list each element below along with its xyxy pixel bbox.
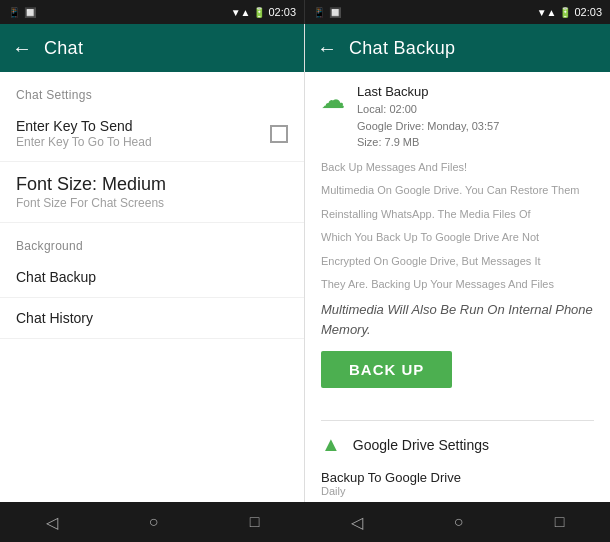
enter-key-checkbox[interactable] — [270, 125, 288, 143]
left-status-right: ▼▲ 🔋 02:03 — [231, 6, 296, 18]
last-backup-drive: Google Drive: Monday, 03:57 — [357, 118, 499, 135]
chat-history-title: Chat History — [16, 310, 288, 326]
settings-list: Chat Settings Enter Key To Send Enter Ke… — [0, 72, 304, 502]
right-panel-title: Chat Backup — [349, 38, 455, 59]
backup-frequency-subtitle: Daily — [321, 485, 594, 497]
font-size-content: Font Size: Medium Font Size For Chat Scr… — [16, 174, 288, 210]
backup-content: ☁ Last Backup Local: 02:00 Google Drive:… — [305, 72, 610, 502]
left-time: 02:03 — [268, 6, 296, 18]
right-back-button[interactable]: ← — [317, 37, 337, 60]
font-size-subtitle: Font Size For Chat Screens — [16, 196, 288, 210]
backup-desc-highlight: Multimedia Will Also Be Run On Internal … — [321, 300, 594, 339]
google-drive-icon: ▲ — [321, 433, 341, 456]
last-backup-section: ☁ Last Backup Local: 02:00 Google Drive:… — [321, 84, 594, 404]
right-status-right: ▼▲ 🔋 02:03 — [537, 6, 602, 18]
backup-desc-line2: Multimedia On Google Drive. You Can Rest… — [321, 182, 594, 200]
right-status-icons: 📱 🔲 — [313, 7, 341, 18]
google-drive-section: ▲ Google Drive Settings Backup To Google… — [321, 420, 594, 502]
battery-icon-2: 🔋 — [559, 7, 571, 18]
chat-backup-setting[interactable]: Chat Backup — [0, 257, 304, 298]
backup-desc-line6: They Are. Backing Up Your Messages And F… — [321, 276, 594, 294]
status-bar: 📱 🔲 ▼▲ 🔋 02:03 📱 🔲 ▼▲ 🔋 02:03 — [0, 0, 610, 24]
battery-icon: 🔋 — [253, 7, 265, 18]
enter-key-title: Enter Key To Send — [16, 118, 270, 134]
bottom-nav: ◁ ○ □ ◁ ○ □ — [0, 502, 610, 542]
right-app-bar: ← Chat Backup — [305, 24, 610, 72]
right-panel: ← Chat Backup ☁ Last Backup Local: 02:00… — [305, 24, 610, 502]
backup-frequency-title: Backup To Google Drive — [321, 470, 594, 485]
cloud-upload-icon: ☁ — [321, 86, 345, 114]
last-backup-info: Last Backup Local: 02:00 Google Drive: M… — [357, 84, 499, 151]
home-nav-button-left[interactable]: ○ — [129, 505, 179, 539]
chat-history-setting[interactable]: Chat History — [0, 298, 304, 339]
signal-icon-2: ▼▲ — [537, 7, 557, 18]
right-time: 02:03 — [574, 6, 602, 18]
status-bar-left: 📱 🔲 ▼▲ 🔋 02:03 — [0, 0, 305, 24]
last-backup-header: ☁ Last Backup Local: 02:00 Google Drive:… — [321, 84, 594, 151]
chat-settings-header: Chat Settings — [0, 72, 304, 106]
signal-icon: ▼▲ — [231, 7, 251, 18]
right-bottom-nav: ◁ ○ □ — [305, 505, 610, 540]
back-nav-button-left[interactable]: ◁ — [26, 505, 78, 540]
last-backup-size: Size: 7.9 MB — [357, 134, 499, 151]
left-app-bar: ← Chat — [0, 24, 304, 72]
background-header: Background — [0, 223, 304, 257]
backup-frequency-item[interactable]: Backup To Google Drive Daily — [321, 464, 594, 502]
font-size-setting[interactable]: Font Size: Medium Font Size For Chat Scr… — [0, 162, 304, 223]
back-nav-button-right[interactable]: ◁ — [331, 505, 383, 540]
last-backup-local: Local: 02:00 — [357, 101, 499, 118]
backup-button[interactable]: BACK UP — [321, 351, 452, 388]
box-icon-2: 🔲 — [329, 7, 341, 18]
backup-desc-line3: Reinstalling WhatsApp. The Media Files O… — [321, 206, 594, 224]
chat-history-content: Chat History — [16, 310, 288, 326]
last-backup-title: Last Backup — [357, 84, 499, 99]
left-back-button[interactable]: ← — [12, 37, 32, 60]
left-panel-title: Chat — [44, 38, 83, 59]
home-nav-button-right[interactable]: ○ — [434, 505, 484, 539]
chat-backup-title: Chat Backup — [16, 269, 288, 285]
font-size-title: Font Size: Medium — [16, 174, 288, 195]
recents-nav-button-left[interactable]: □ — [230, 505, 280, 539]
phone-icon: 📱 — [8, 7, 20, 18]
status-bar-right: 📱 🔲 ▼▲ 🔋 02:03 — [305, 0, 610, 24]
left-panel: ← Chat Chat Settings Enter Key To Send E… — [0, 24, 305, 502]
left-status-icons: 📱 🔲 — [8, 7, 36, 18]
left-bottom-nav: ◁ ○ □ — [0, 505, 305, 540]
backup-desc-line4: Which You Back Up To Google Drive Are No… — [321, 229, 594, 247]
backup-desc-line1: Back Up Messages And Files! — [321, 159, 594, 177]
box-icon: 🔲 — [24, 7, 36, 18]
google-drive-title: Google Drive Settings — [353, 437, 489, 453]
phone-icon-2: 📱 — [313, 7, 325, 18]
recents-nav-button-right[interactable]: □ — [535, 505, 585, 539]
chat-backup-content: Chat Backup — [16, 269, 288, 285]
backup-desc-line5: Encrypted On Google Drive, But Messages … — [321, 253, 594, 271]
panels-container: ← Chat Chat Settings Enter Key To Send E… — [0, 24, 610, 502]
enter-key-setting[interactable]: Enter Key To Send Enter Key To Go To Hea… — [0, 106, 304, 162]
enter-key-content: Enter Key To Send Enter Key To Go To Hea… — [16, 118, 270, 149]
enter-key-subtitle: Enter Key To Go To Head — [16, 135, 270, 149]
google-drive-header: ▲ Google Drive Settings — [321, 433, 594, 456]
